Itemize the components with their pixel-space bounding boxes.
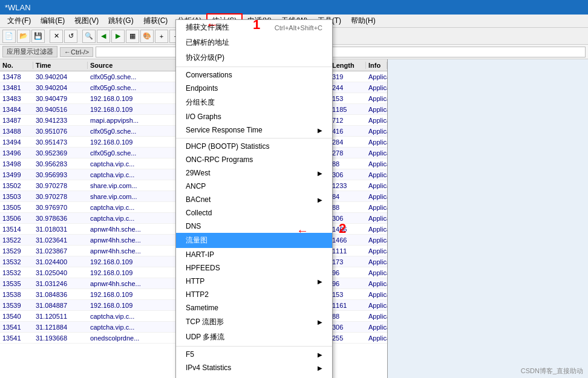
cell-info: Application Data [366, 269, 387, 276]
menu-io-graphs[interactable]: I/O Graphs [176, 110, 332, 123]
menu-tcp-stream[interactable]: TCP 流图形 ▶ [176, 314, 332, 330]
menu-help[interactable]: 帮助(H) [346, 15, 381, 27]
cell-no: 13496 [0, 149, 33, 157]
cell-len: 173 [330, 258, 366, 266]
menu-edit[interactable]: 编辑(E) [36, 15, 70, 27]
menu-endpoints[interactable]: Endpoints [176, 82, 332, 95]
cell-len: 88 [330, 204, 366, 211]
colorize-button[interactable]: 🎨 [140, 30, 154, 43]
filter-input[interactable] [96, 47, 586, 57]
menu-bacnet[interactable]: BACnet ▶ [176, 193, 332, 206]
menu-collectd[interactable]: Collectd [176, 206, 332, 220]
cell-src: share.vip.com... [88, 193, 185, 200]
menu-ipv4-stats[interactable]: IPv4 Statistics ▶ [176, 361, 332, 374]
cell-src: clfx05g0.sche... [88, 149, 185, 157]
arrow-right-bacnet: ▶ [318, 197, 322, 203]
menu-http2[interactable]: HTTP2 [176, 288, 332, 301]
new-button[interactable]: 📄 [2, 30, 16, 43]
cell-no: 13481 [0, 84, 33, 91]
forward-button[interactable]: ▶ [111, 30, 125, 43]
filter-button[interactable]: ▦ [126, 30, 139, 43]
search-button[interactable]: 🔍 [82, 30, 96, 43]
cell-len: 319 [330, 73, 366, 80]
menu-goto[interactable]: 跳转(G) [103, 15, 138, 27]
cell-len: 306 [330, 215, 366, 222]
filter-shortcut: ←Ctrl-/> [60, 47, 93, 57]
menu-hart-ip[interactable]: HART-IP [176, 248, 332, 261]
cell-len: 84 [330, 193, 366, 200]
cell-no: 13506 [0, 215, 33, 222]
menu-http[interactable]: HTTP ▶ [176, 275, 332, 288]
cell-len: 1111 [330, 247, 366, 255]
menu-29west[interactable]: 29West ▶ [176, 166, 332, 180]
cell-len: 244 [330, 84, 366, 91]
cell-time: 30.940479 [33, 95, 88, 102]
cell-info: Application Data [366, 160, 387, 168]
cell-src: 192.168.0.109 [88, 106, 185, 113]
menu-view[interactable]: 视图(V) [70, 15, 103, 27]
menu-capture[interactable]: 捕获(C) [139, 15, 173, 27]
cell-info: Application Data [366, 84, 387, 91]
menu-flow-graph[interactable]: 流量图 [176, 233, 332, 248]
cell-no: 13535 [0, 280, 33, 287]
cell-src: apnwr4hh.sche... [88, 226, 185, 233]
close-button[interactable]: ✕ [50, 30, 63, 43]
title-text: *WLAN [5, 3, 31, 12]
col-time: Time [33, 62, 88, 69]
menu-ipv6-stats[interactable]: IPv6 Statistics ▶ [176, 374, 332, 378]
cell-src: captcha.vip.c... [88, 160, 185, 168]
cell-len: 255 [330, 334, 366, 342]
cell-src: onedscolprdne... [88, 334, 185, 342]
menu-dhcp-stats[interactable]: DHCP (BOOTP) Statistics [176, 140, 332, 153]
menu-service-response-time[interactable]: Service Response Time ▶ [176, 123, 332, 137]
menu-f5[interactable]: F5 ▶ [176, 348, 332, 361]
cell-no: 13494 [0, 138, 33, 146]
menu-file[interactable]: 文件(F) [2, 15, 36, 27]
menu-conversations[interactable]: Conversations [176, 68, 332, 82]
cell-time: 30.951473 [33, 138, 88, 146]
cell-len: 284 [330, 138, 366, 146]
reload-button[interactable]: ↺ [64, 30, 77, 43]
cell-len: 712 [330, 117, 366, 124]
cell-no: 13541 [0, 334, 33, 342]
cell-no: 13487 [0, 117, 33, 124]
cell-no: 13478 [0, 73, 33, 80]
cell-src: apnwr4hh.sche... [88, 280, 185, 287]
cell-time: 31.084836 [33, 291, 88, 298]
cell-time: 30.941233 [33, 117, 88, 124]
col-length: Length [330, 62, 366, 69]
cell-info: Application Data [366, 280, 387, 287]
cell-src: 192.168.0.109 [88, 302, 185, 309]
cell-len: 153 [330, 291, 366, 298]
cell-src: clfx05g0.sche... [88, 73, 185, 80]
cell-len: 88 [330, 313, 366, 320]
cell-src: clfx05g0.sche... [88, 128, 185, 135]
cell-src: clfx05g0.sche... [88, 84, 185, 91]
open-button[interactable]: 📂 [17, 30, 30, 43]
menu-dns[interactable]: DNS [176, 220, 332, 233]
cell-time: 30.978636 [33, 215, 88, 222]
cell-len: 1466 [330, 236, 366, 244]
zoom-in-button[interactable]: + [155, 30, 168, 43]
cell-len: 1161 [330, 302, 366, 309]
watermark: CSDN博客_直接助动 [521, 367, 583, 376]
menu-udp-multicast[interactable]: UDP 多播流 [176, 330, 332, 345]
menu-ancp[interactable]: ANCP [176, 180, 332, 193]
cell-time: 30.951076 [33, 128, 88, 135]
cell-no: 13538 [0, 291, 33, 298]
menu-hpfeeds[interactable]: HPFEEDS [176, 261, 332, 275]
cell-src: 192.168.0.109 [88, 138, 185, 146]
menu-capture-props[interactable]: 捕获文件属性 Ctrl+Alt+Shift+C [176, 20, 332, 35]
arrow-right-http: ▶ [318, 278, 322, 285]
menu-sametime[interactable]: Sametime [176, 301, 332, 314]
cell-src: 192.168.0.109 [88, 258, 185, 266]
save-button[interactable]: 💾 [31, 30, 45, 43]
menu-protocol-hierarchy[interactable]: 协议分级(P) [176, 50, 332, 65]
menu-onc-rpc[interactable]: ONC-RPC Programs [176, 153, 332, 166]
menu-packet-lengths[interactable]: 分组长度 [176, 95, 332, 110]
cell-src: apnwr4hh.sche... [88, 247, 185, 255]
go-button[interactable]: ◀ [97, 30, 110, 43]
cell-time: 30.976970 [33, 204, 88, 211]
sep1 [176, 67, 332, 67]
menu-resolved-addrs[interactable]: 已解析的地址 [176, 35, 332, 50]
